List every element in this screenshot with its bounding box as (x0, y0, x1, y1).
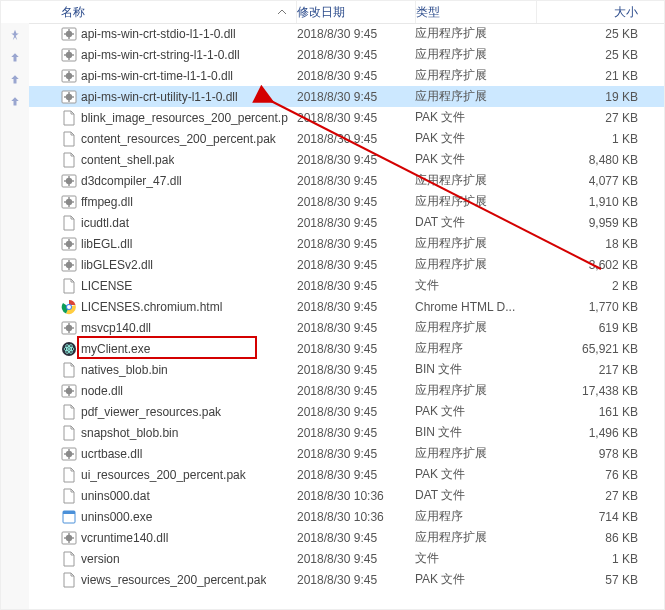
file-name-cell[interactable]: node.dll (29, 383, 297, 399)
file-row[interactable]: version2018/8/30 9:45文件1 KB (29, 548, 664, 569)
file-name-cell[interactable]: blink_image_resources_200_percent.p (29, 110, 297, 126)
file-row[interactable]: pdf_viewer_resources.pak2018/8/30 9:45PA… (29, 401, 664, 422)
file-date-cell: 2018/8/30 9:45 (297, 216, 415, 230)
file-name-cell[interactable]: api-ms-win-crt-stdio-l1-1-0.dll (29, 26, 297, 42)
file-row[interactable]: msvcp140.dll2018/8/30 9:45应用程序扩展619 KB (29, 317, 664, 338)
file-name-label: version (81, 552, 120, 566)
file-name-label: blink_image_resources_200_percent.p (81, 111, 288, 125)
file-row[interactable]: api-ms-win-crt-utility-l1-1-0.dll2018/8/… (29, 86, 664, 107)
file-name-cell[interactable]: LICENSE (29, 278, 297, 294)
file-row[interactable]: d3dcompiler_47.dll2018/8/30 9:45应用程序扩展4,… (29, 170, 664, 191)
file-size-cell: 17,438 KB (535, 384, 664, 398)
file-icon (61, 467, 77, 483)
file-date-cell: 2018/8/30 9:45 (297, 258, 415, 272)
file-date-cell: 2018/8/30 9:45 (297, 279, 415, 293)
file-name-cell[interactable]: myClient.exe (29, 341, 297, 357)
file-name-label: d3dcompiler_47.dll (81, 174, 182, 188)
file-row[interactable]: unins000.dat2018/8/30 10:36DAT 文件27 KB (29, 485, 664, 506)
file-row[interactable]: ui_resources_200_percent.pak2018/8/30 9:… (29, 464, 664, 485)
file-name-cell[interactable]: libEGL.dll (29, 236, 297, 252)
file-row[interactable]: content_resources_200_percent.pak2018/8/… (29, 128, 664, 149)
file-name-cell[interactable]: libGLESv2.dll (29, 257, 297, 273)
file-row[interactable]: snapshot_blob.bin2018/8/30 9:45BIN 文件1,4… (29, 422, 664, 443)
file-name-cell[interactable]: d3dcompiler_47.dll (29, 173, 297, 189)
file-name-cell[interactable]: content_shell.pak (29, 152, 297, 168)
column-header-size[interactable]: 大小 (537, 1, 664, 23)
file-name-cell[interactable]: ffmpeg.dll (29, 194, 297, 210)
file-name-cell[interactable]: msvcp140.dll (29, 320, 297, 336)
file-row[interactable]: ffmpeg.dll2018/8/30 9:45应用程序扩展1,910 KB (29, 191, 664, 212)
file-name-cell[interactable]: vcruntime140.dll (29, 530, 297, 546)
file-row[interactable]: api-ms-win-crt-stdio-l1-1-0.dll2018/8/30… (29, 23, 664, 44)
file-date-cell: 2018/8/30 9:45 (297, 342, 415, 356)
column-header-date[interactable]: 修改日期 (297, 1, 416, 23)
file-name-cell[interactable]: snapshot_blob.bin (29, 425, 297, 441)
sort-indicator-icon (278, 1, 286, 23)
file-date-cell: 2018/8/30 9:45 (297, 426, 415, 440)
file-name-label: api-ms-win-crt-string-l1-1-0.dll (81, 48, 240, 62)
file-date-cell: 2018/8/30 9:45 (297, 48, 415, 62)
file-icon (61, 131, 77, 147)
file-row[interactable]: vcruntime140.dll2018/8/30 9:45应用程序扩展86 K… (29, 527, 664, 548)
file-name-label: libEGL.dll (81, 237, 132, 251)
column-header-type[interactable]: 类型 (416, 1, 537, 23)
file-row[interactable]: content_shell.pak2018/8/30 9:45PAK 文件8,4… (29, 149, 664, 170)
file-row[interactable]: api-ms-win-crt-time-l1-1-0.dll2018/8/30 … (29, 65, 664, 86)
file-name-label: views_resources_200_percent.pak (81, 573, 266, 587)
file-name-cell[interactable]: pdf_viewer_resources.pak (29, 404, 297, 420)
file-name-cell[interactable]: api-ms-win-crt-time-l1-1-0.dll (29, 68, 297, 84)
file-row[interactable]: node.dll2018/8/30 9:45应用程序扩展17,438 KB (29, 380, 664, 401)
file-name-cell[interactable]: icudtl.dat (29, 215, 297, 231)
file-size-cell: 978 KB (535, 447, 664, 461)
file-date-cell: 2018/8/30 9:45 (297, 300, 415, 314)
file-row[interactable]: ucrtbase.dll2018/8/30 9:45应用程序扩展978 KB (29, 443, 664, 464)
file-list[interactable]: api-ms-win-crt-stdio-l1-1-0.dll2018/8/30… (29, 23, 664, 609)
column-header-row[interactable]: 名称 修改日期 类型 大小 (29, 1, 664, 24)
file-row[interactable]: icudtl.dat2018/8/30 9:45DAT 文件9,959 KB (29, 212, 664, 233)
file-name-cell[interactable]: LICENSES.chromium.html (29, 299, 297, 315)
file-row[interactable]: views_resources_200_percent.pak2018/8/30… (29, 569, 664, 590)
file-row[interactable]: blink_image_resources_200_percent.p2018/… (29, 107, 664, 128)
file-row[interactable]: api-ms-win-crt-string-l1-1-0.dll2018/8/3… (29, 44, 664, 65)
file-size-cell: 1,770 KB (535, 300, 664, 314)
file-size-cell: 9,959 KB (535, 216, 664, 230)
pin-icon (9, 95, 21, 107)
file-size-cell: 27 KB (535, 489, 664, 503)
file-name-cell[interactable]: ui_resources_200_percent.pak (29, 467, 297, 483)
file-name-cell[interactable]: content_resources_200_percent.pak (29, 131, 297, 147)
file-name-label: ucrtbase.dll (81, 447, 142, 461)
file-date-cell: 2018/8/30 9:45 (297, 363, 415, 377)
file-name-cell[interactable]: unins000.dat (29, 488, 297, 504)
file-name-cell[interactable]: natives_blob.bin (29, 362, 297, 378)
file-row[interactable]: unins000.exe2018/8/30 10:36应用程序714 KB (29, 506, 664, 527)
file-row[interactable]: LICENSES.chromium.html2018/8/30 9:45Chro… (29, 296, 664, 317)
file-name-label: api-ms-win-crt-utility-l1-1-0.dll (81, 90, 238, 104)
column-header-name[interactable]: 名称 (29, 1, 297, 23)
file-name-cell[interactable]: views_resources_200_percent.pak (29, 572, 297, 588)
file-size-cell: 65,921 KB (535, 342, 664, 356)
file-name-label: api-ms-win-crt-time-l1-1-0.dll (81, 69, 233, 83)
file-name-cell[interactable]: version (29, 551, 297, 567)
file-type-cell: 应用程序扩展 (415, 529, 535, 546)
file-name-cell[interactable]: api-ms-win-crt-utility-l1-1-0.dll (29, 89, 297, 105)
file-date-cell: 2018/8/30 9:45 (297, 447, 415, 461)
file-row[interactable]: libEGL.dll2018/8/30 9:45应用程序扩展18 KB (29, 233, 664, 254)
file-icon (61, 488, 77, 504)
file-row[interactable]: natives_blob.bin2018/8/30 9:45BIN 文件217 … (29, 359, 664, 380)
file-row[interactable]: libGLESv2.dll2018/8/30 9:45应用程序扩展3,602 K… (29, 254, 664, 275)
electron-icon (61, 341, 77, 357)
file-icon (61, 425, 77, 441)
gear-icon (61, 320, 77, 336)
file-size-cell: 3,602 KB (535, 258, 664, 272)
file-type-cell: PAK 文件 (415, 109, 535, 126)
chrome-icon (61, 299, 77, 315)
file-name-cell[interactable]: ucrtbase.dll (29, 446, 297, 462)
file-date-cell: 2018/8/30 9:45 (297, 69, 415, 83)
gear-icon (61, 68, 77, 84)
file-name-cell[interactable]: api-ms-win-crt-string-l1-1-0.dll (29, 47, 297, 63)
file-date-cell: 2018/8/30 9:45 (297, 132, 415, 146)
file-type-cell: 应用程序扩展 (415, 256, 535, 273)
file-row[interactable]: LICENSE2018/8/30 9:45文件2 KB (29, 275, 664, 296)
file-name-cell[interactable]: unins000.exe (29, 509, 297, 525)
file-row[interactable]: myClient.exe2018/8/30 9:45应用程序65,921 KB (29, 338, 664, 359)
